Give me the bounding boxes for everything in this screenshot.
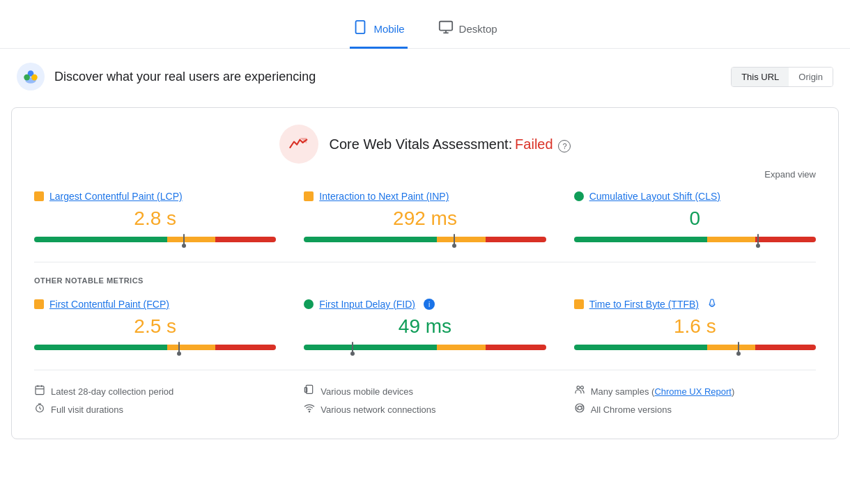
metric-name-ttfb[interactable]: Time to First Byte (TTFB): [589, 299, 699, 310]
metric-value-lcp: 2.8 s: [34, 207, 276, 230]
tab-desktop[interactable]: Desktop: [435, 11, 500, 49]
metric-track-ttfb: [574, 345, 816, 350]
chrome-ux-report-link[interactable]: Chrome UX Report: [654, 386, 732, 397]
footer-28day-text: Latest 28-day collection period: [51, 386, 173, 397]
page-title: Discover what your real users are experi…: [54, 70, 316, 84]
svg-point-24: [577, 386, 580, 389]
metric-value-inp: 292 ms: [304, 207, 546, 230]
metric-name-inp[interactable]: Interaction to Next Paint (INP): [319, 191, 449, 202]
mobile-icon: [353, 19, 368, 38]
bar-orange-inp: [437, 237, 485, 242]
metric-name-cls[interactable]: Cumulative Layout Shift (CLS): [589, 191, 720, 202]
metric-bar-cls: [574, 237, 816, 242]
svg-line-12: [713, 299, 715, 304]
metric-label-row-ttfb: Time to First Byte (TTFB): [574, 299, 816, 310]
fid-info-icon[interactable]: i: [424, 299, 435, 310]
users-icon: [574, 384, 585, 398]
footer-col1: Latest 28-day collection period Full vis…: [34, 384, 276, 416]
bar-green-fcp: [34, 345, 167, 350]
footer-item-samples: Many samples (Chrome UX Report): [574, 384, 816, 398]
metric-needle-fid: [352, 342, 353, 353]
metric-dot-cls: [574, 191, 584, 201]
bar-orange-fcp: [167, 345, 215, 350]
chrome-icon: [574, 402, 585, 416]
svg-point-8: [24, 74, 30, 81]
metric-track-lcp: [34, 237, 276, 242]
tabs-bar: Mobile Desktop: [0, 0, 850, 49]
metric-needle-lcp: [183, 234, 185, 245]
assessment-text-row: Core Web Vitals Assessment: Failed ?: [330, 136, 571, 152]
svg-point-27: [578, 406, 581, 409]
metric-name-lcp[interactable]: Largest Contentful Paint (LCP): [49, 191, 183, 202]
metric-fid: First Input Delay (FID) i 49 ms: [304, 299, 546, 350]
footer-samples-text: Many samples (Chrome UX Report): [591, 386, 735, 397]
metric-track-inp: [304, 237, 546, 242]
metric-lcp: Largest Contentful Paint (LCP) 2.8 s: [34, 191, 276, 242]
section-divider: [34, 262, 816, 262]
footer-grid: Latest 28-day collection period Full vis…: [34, 370, 816, 416]
metric-dot-lcp: [34, 191, 44, 201]
other-metrics-grid: First Contentful Paint (FCP) 2.5 s First…: [34, 299, 816, 350]
svg-rect-13: [36, 386, 44, 395]
metric-track-fcp: [34, 345, 276, 350]
metric-bar-fid: [304, 345, 546, 350]
timer-icon: [34, 402, 45, 416]
bar-red-lcp: [215, 237, 276, 242]
assessment-info-icon[interactable]: ?: [558, 140, 571, 152]
assessment-icon: [279, 125, 318, 164]
header-left: Discover what your real users are experi…: [17, 63, 316, 90]
footer-item-devices: Various mobile devices: [304, 384, 546, 398]
metric-name-fcp[interactable]: First Contentful Paint (FCP): [49, 299, 169, 310]
metric-needle-cls: [757, 234, 759, 245]
svg-point-25: [580, 386, 583, 389]
header-section: Discover what your real users are experi…: [0, 49, 850, 102]
footer-item-visit: Full visit durations: [34, 402, 276, 416]
bar-red-fcp: [215, 345, 276, 350]
avatar-icon: [17, 63, 45, 90]
metric-value-ttfb: 1.6 s: [574, 315, 816, 338]
metric-inp: Interaction to Next Paint (INP) 292 ms: [304, 191, 546, 242]
metric-needle-ttfb: [738, 342, 739, 353]
bar-green-fid: [304, 345, 437, 350]
bar-green-inp: [304, 237, 437, 242]
other-metrics-label: OTHER NOTABLE METRICS: [34, 276, 816, 285]
expand-row: Expand view: [34, 169, 816, 180]
metric-label-row-lcp: Largest Contentful Paint (LCP): [34, 191, 276, 202]
metric-dot-fcp: [34, 299, 44, 309]
desktop-icon: [438, 19, 454, 38]
metric-needle-fcp: [178, 342, 180, 353]
page-wrapper: Mobile Desktop Di: [0, 0, 850, 504]
bar-red-cls: [755, 237, 816, 242]
svg-point-23: [309, 411, 310, 412]
metric-label-row-fid: First Input Delay (FID) i: [304, 299, 546, 310]
expand-view-link[interactable]: Expand view: [764, 169, 816, 180]
metric-value-cls: 0: [574, 207, 816, 230]
metric-label-row-fcp: First Contentful Paint (FCP): [34, 299, 276, 310]
tab-mobile[interactable]: Mobile: [350, 11, 407, 49]
metric-needle-inp: [454, 234, 455, 245]
metric-dot-ttfb: [574, 299, 584, 309]
footer-network-text: Various network connections: [320, 404, 435, 415]
metric-value-fcp: 2.5 s: [34, 315, 276, 338]
assessment-title: Core Web Vitals Assessment:: [330, 136, 513, 152]
bar-red-inp: [486, 237, 546, 242]
metric-name-fid[interactable]: First Input Delay (FID): [319, 299, 415, 310]
metric-fcp: First Contentful Paint (FCP) 2.5 s: [34, 299, 276, 350]
bar-green-lcp: [34, 237, 167, 242]
origin-button[interactable]: Origin: [789, 68, 833, 86]
metric-bar-inp: [304, 237, 546, 242]
bar-green-cls: [574, 237, 707, 242]
core-metrics-grid: Largest Contentful Paint (LCP) 2.8 s Int…: [34, 191, 816, 242]
bar-orange-fid: [437, 345, 485, 350]
this-url-button[interactable]: This URL: [732, 68, 789, 86]
footer-item-chrome: All Chrome versions: [574, 402, 816, 416]
tab-mobile-label: Mobile: [373, 23, 404, 35]
bar-red-fid: [486, 345, 546, 350]
assessment-row: Core Web Vitals Assessment: Failed ?: [34, 125, 816, 164]
bar-orange-ttfb: [707, 345, 755, 350]
metric-dot-fid: [304, 299, 314, 309]
devices-icon: [304, 384, 315, 398]
svg-line-19: [40, 409, 41, 409]
main-card: Core Web Vitals Assessment: Failed ? Exp…: [11, 107, 839, 439]
footer-devices-text: Various mobile devices: [320, 386, 413, 397]
